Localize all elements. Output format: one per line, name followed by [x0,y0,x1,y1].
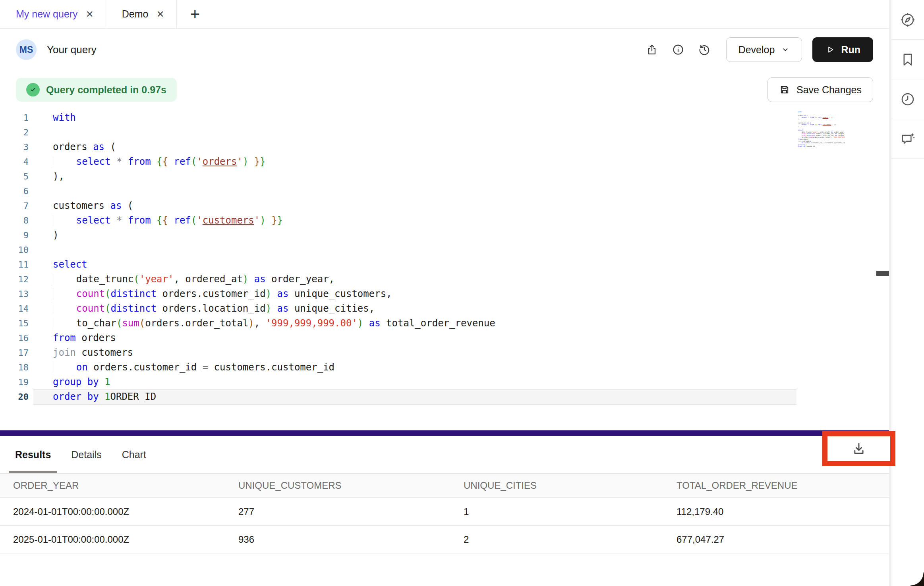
bookmarks-button[interactable] [891,40,924,79]
query-history-button[interactable] [891,79,924,119]
code-line-15[interactable]: 15 to_char(sum(orders.order_total), '999… [0,316,889,331]
line-number: 6 [0,184,29,199]
run-label: Run [841,44,860,56]
panel-resize-divider[interactable] [0,430,889,436]
code-line-13[interactable]: 13 count(distinct orders.customer_id) as… [0,287,889,301]
table-row[interactable]: 2024-01-01T00:00:00.000Z2771112,179.40 [0,498,889,526]
code-line-20[interactable]: 20order by 1ORDER_ID [0,389,889,404]
line-number: 8 [0,213,29,228]
line-number: 12 [0,272,29,287]
run-button[interactable]: Run [812,37,873,62]
develop-label: Develop [738,44,775,56]
table-cell: 2025-01-01T00:00:00.000Z [13,534,238,545]
query-status-text: Query completed in 0.97s [46,84,166,96]
line-number: 11 [0,257,29,272]
line-number: 13 [0,287,29,301]
code-line-11[interactable]: 11select [0,257,889,272]
line-number: 9 [0,228,29,243]
save-changes-button[interactable]: Save Changes [767,77,873,102]
code-line-16[interactable]: 16from orders [0,331,889,345]
page-title: Your query [47,44,97,56]
line-number: 18 [0,360,29,375]
main-panel: My new query✕Demo✕ + MS Your query [0,0,889,586]
clock-icon [900,91,916,107]
line-number: 19 [0,375,29,389]
results-tab-details[interactable]: Details [65,436,108,473]
editor-tab-my-new-query[interactable]: My new query✕ [0,0,106,28]
code-line-17[interactable]: 17join customers [0,345,889,360]
query-status-badge: Query completed in 0.97s [16,78,177,102]
window-corner [910,573,924,586]
code-line-6[interactable]: 6 [0,184,889,199]
table-cell: 2024-01-01T00:00:00.000Z [13,506,238,517]
sql-editor[interactable]: 1with23orders as (4 select * from {{ ref… [0,109,889,430]
line-number: 7 [0,199,29,213]
download-highlight-annotation [822,431,895,466]
table-cell: 112,179.40 [677,506,889,517]
editor-tab-bar: My new query✕Demo✕ + [0,0,889,29]
code-line-19[interactable]: 19group by 1 [0,375,889,389]
query-header: MS Your query [0,29,889,71]
editor-scrollbar-handle[interactable] [876,271,889,276]
line-number: 5 [0,169,29,184]
column-header: UNIQUE_CUSTOMERS [238,480,464,491]
play-icon [825,44,835,55]
table-row[interactable]: 2025-01-01T00:00:00.000Z9362677,047.27 [0,526,889,553]
code-line-18[interactable]: 18 on orders.customer_id = customers.cus… [0,360,889,375]
ai-assistant-button[interactable] [891,119,924,159]
chat-sparkle-icon [900,131,916,147]
avatar[interactable]: MS [16,39,37,60]
share-button[interactable] [643,40,661,59]
develop-dropdown[interactable]: Develop [726,37,802,62]
code-line-14[interactable]: 14 count(distinct orders.location_id) as… [0,301,889,316]
info-icon [672,43,684,56]
history-icon [698,43,711,56]
code-line-4[interactable]: 4 select * from {{ ref('orders') }} [0,154,889,169]
line-number: 1 [0,110,29,125]
code-line-2[interactable]: 2 [0,125,889,140]
tab-label: My new query [16,8,78,20]
code-line-3[interactable]: 3orders as ( [0,140,889,154]
line-number: 4 [0,154,29,169]
explore-button[interactable] [891,0,924,40]
editor-tab-demo[interactable]: Demo✕ [106,0,177,28]
results-tab-bar: ResultsDetailsChart [0,436,889,473]
table-cell: 677,047.27 [677,534,889,545]
code-line-1[interactable]: 1with [0,110,889,125]
history-button[interactable] [695,40,713,59]
header-actions: Develop Run [635,37,873,62]
table-cell: 1 [464,506,677,517]
column-header: UNIQUE_CITIES [464,480,677,491]
results-tab-results[interactable]: Results [9,436,57,473]
tab-close-icon[interactable]: ✕ [86,10,94,19]
table-cell: 936 [238,534,464,545]
code-line-5[interactable]: 5), [0,169,889,184]
tab-close-icon[interactable]: ✕ [156,10,164,19]
info-button[interactable] [669,40,687,59]
code-line-12[interactable]: 12 date_trunc('year', ordered_at) as ord… [0,272,889,287]
save-label: Save Changes [796,84,862,96]
results-tab-chart[interactable]: Chart [116,436,153,473]
query-ide-window: My new query✕Demo✕ + MS Your query [0,0,924,586]
table-cell: 2 [464,534,677,545]
results-table-header: ORDER_YEARUNIQUE_CUSTOMERSUNIQUE_CITIEST… [0,473,889,498]
check-circle-icon [26,83,40,96]
line-number: 15 [0,316,29,331]
download-icon [851,441,866,456]
code-line-7[interactable]: 7customers as ( [0,199,889,213]
line-number: 20 [0,389,29,404]
tab-label: Demo [122,8,149,20]
tab-list: My new query✕Demo✕ [0,0,177,28]
compass-icon [900,12,916,28]
new-tab-button[interactable]: + [177,0,214,28]
code-line-9[interactable]: 9) [0,228,889,243]
download-results-button[interactable] [851,441,866,456]
code-line-10[interactable]: 10 [0,243,889,257]
code-line-8[interactable]: 8 select * from {{ ref('customers') }} [0,213,889,228]
bookmark-icon [900,52,916,67]
line-number: 16 [0,331,29,345]
minimap[interactable]: withorders as ( select * from {{ ref('or… [798,111,845,148]
line-number: 10 [0,243,29,257]
results-table: ORDER_YEARUNIQUE_CUSTOMERSUNIQUE_CITIEST… [0,473,889,553]
table-cell: 277 [238,506,464,517]
